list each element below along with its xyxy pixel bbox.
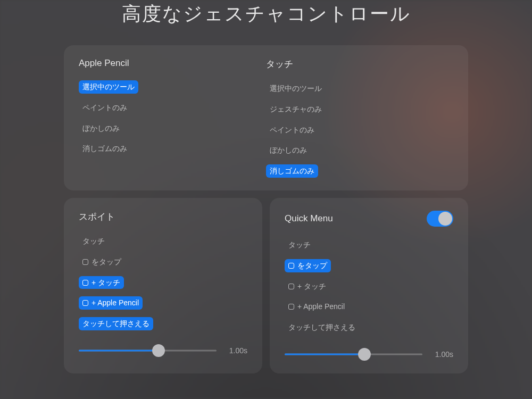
slider-thumb[interactable]	[152, 344, 165, 357]
quickmenu-slider-value: 1.00s	[432, 350, 453, 359]
quickmenu-header: Quick Menu	[285, 213, 333, 224]
option-label: ペイントのみ	[270, 126, 314, 134]
option-label: + タッチ	[92, 278, 120, 287]
option-item[interactable]: 選択中のツール	[266, 82, 326, 95]
apple-pencil-header: Apple Pencil	[79, 58, 266, 69]
touch-options: 選択中のツールジェスチャのみペイントのみぼかしのみ消しゴムのみ	[266, 82, 453, 178]
option-label: タッチ	[82, 237, 105, 245]
option-label: + タッチ	[297, 282, 326, 290]
square-icon	[288, 304, 294, 310]
eyedropper-slider-value: 1.00s	[226, 346, 247, 355]
tool-mode-panel: Apple Pencil 選択中のツールペイントのみぼかしのみ消しゴムのみ タッ…	[64, 45, 468, 190]
toggle-knob	[438, 212, 452, 226]
bottom-panels-row: スポイト タッチ をタップ + タッチ + Apple Pencilタッチして押…	[64, 198, 468, 373]
apple-pencil-column: Apple Pencil 選択中のツールペイントのみぼかしのみ消しゴムのみ	[79, 58, 266, 178]
option-label: 消しゴムのみ	[270, 167, 314, 175]
option-item[interactable]: ぼかしのみ	[266, 144, 311, 157]
quickmenu-toggle[interactable]	[427, 211, 453, 227]
option-item[interactable]: 消しゴムのみ	[79, 142, 131, 155]
eyedropper-options: タッチ をタップ + タッチ + Apple Pencilタッチして押さえる	[79, 235, 247, 330]
option-label: タッチ	[288, 240, 311, 249]
option-item[interactable]: + タッチ	[79, 276, 124, 289]
option-item[interactable]: タッチ	[285, 238, 314, 252]
eyedropper-header: スポイト	[79, 211, 115, 223]
square-icon	[288, 284, 294, 289]
option-item[interactable]: ぼかしのみ	[79, 122, 123, 135]
option-item[interactable]: + Apple Pencil	[285, 300, 348, 313]
slider-fill	[285, 353, 364, 355]
option-item[interactable]: ペイントのみ	[79, 101, 131, 114]
option-label: 選択中のツール	[270, 84, 322, 93]
eyedropper-slider-row: 1.00s	[79, 343, 247, 358]
quickmenu-delay-slider[interactable]	[285, 347, 422, 362]
touch-column: タッチ 選択中のツールジェスチャのみペイントのみぼかしのみ消しゴムのみ	[266, 58, 453, 178]
panels-wrapper: Apple Pencil 選択中のツールペイントのみぼかしのみ消しゴムのみ タッ…	[0, 27, 532, 373]
option-item[interactable]: 選択中のツール	[79, 80, 138, 94]
option-label: ペイントのみ	[82, 103, 127, 112]
option-label: タッチして押さえる	[288, 323, 355, 331]
quickmenu-options: タッチ をタップ + タッチ + Apple Pencilタッチして押さえる	[285, 238, 453, 334]
option-label: + Apple Pencil	[297, 302, 345, 311]
option-item[interactable]: タッチして押さえる	[79, 317, 153, 330]
option-item[interactable]: + Apple Pencil	[79, 296, 143, 310]
option-label: 消しゴムのみ	[82, 144, 127, 153]
settings-container: 高度なジェスチャコントロール Apple Pencil 選択中のツールペイントの…	[0, 0, 532, 399]
option-item[interactable]: + タッチ	[285, 280, 330, 293]
option-label: タッチして押さえる	[82, 319, 149, 328]
quickmenu-slider-row: 1.00s	[285, 347, 453, 362]
eyedropper-delay-slider[interactable]	[79, 343, 217, 358]
option-item[interactable]: ペイントのみ	[266, 123, 318, 137]
square-icon	[288, 263, 294, 269]
option-label: 選択中のツール	[82, 82, 135, 91]
page-title: 高度なジェスチャコントロール	[0, 0, 532, 27]
eyedropper-panel-head: スポイト	[79, 211, 247, 223]
square-icon	[82, 300, 88, 306]
option-label: ぼかしのみ	[270, 146, 307, 154]
option-item[interactable]: 消しゴムのみ	[266, 164, 318, 178]
option-label: をタップ	[92, 257, 121, 266]
option-item[interactable]: をタップ	[79, 255, 125, 269]
option-item[interactable]: タッチして押さえる	[285, 321, 359, 334]
option-item[interactable]: ジェスチャのみ	[266, 103, 326, 116]
eyedropper-panel: スポイト タッチ をタップ + タッチ + Apple Pencilタッチして押…	[64, 198, 262, 373]
option-item[interactable]: をタップ	[285, 259, 331, 272]
square-icon	[82, 280, 88, 286]
apple-pencil-options: 選択中のツールペイントのみぼかしのみ消しゴムのみ	[79, 80, 266, 155]
option-label: をタップ	[297, 261, 327, 270]
slider-thumb[interactable]	[358, 348, 371, 361]
option-label: ぼかしのみ	[82, 124, 120, 132]
option-label: ジェスチャのみ	[270, 105, 322, 113]
quickmenu-panel-head: Quick Menu	[285, 211, 453, 227]
touch-header: タッチ	[266, 58, 453, 70]
slider-fill	[79, 350, 159, 351]
square-icon	[82, 259, 88, 265]
option-item[interactable]: タッチ	[79, 235, 109, 248]
quickmenu-panel: Quick Menu タッチ をタップ + タッチ + Apple Pencil…	[270, 198, 468, 373]
option-label: + Apple Pencil	[92, 298, 139, 307]
